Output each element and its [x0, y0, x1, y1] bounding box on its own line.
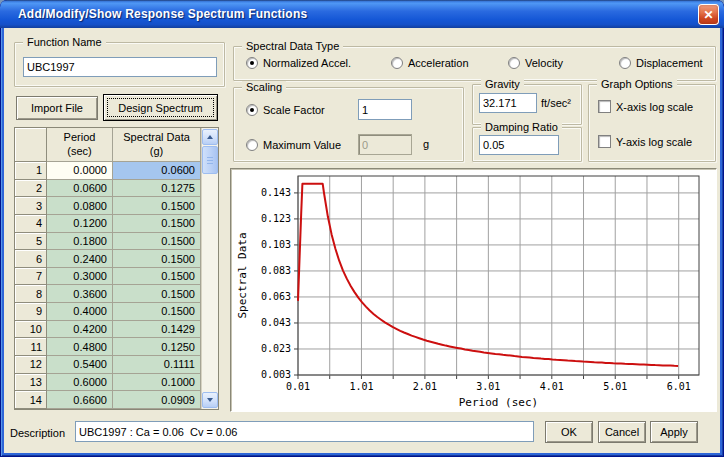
row-number-button[interactable]: 2	[15, 180, 47, 198]
period-cell[interactable]: 0.5400	[47, 356, 113, 374]
maximum-value-option[interactable]: Maximum Value	[246, 139, 341, 151]
radio-icon[interactable]	[508, 57, 520, 69]
spectral-data-cell[interactable]: 0.1500	[113, 285, 201, 303]
period-cell[interactable]: 0.3000	[47, 268, 113, 286]
table-row: 120.54000.1111	[15, 356, 201, 374]
svg-text:1.01: 1.01	[349, 381, 373, 392]
spectral-data-cell[interactable]: 0.1500	[113, 303, 201, 321]
function-name-input[interactable]	[23, 57, 217, 77]
cancel-button[interactable]: Cancel	[598, 421, 646, 443]
table-row: 50.18000.1500	[15, 233, 201, 251]
maximum-value-unit-label: g	[423, 138, 429, 150]
row-number-button[interactable]: 4	[15, 215, 47, 233]
spectral-data-cell[interactable]: 0.1429	[113, 321, 201, 339]
row-number-button[interactable]: 6	[15, 250, 47, 268]
maximum-value-radio[interactable]	[246, 139, 258, 151]
row-number-button[interactable]: 12	[15, 356, 47, 374]
spectral-type-option-label: Displacement	[636, 57, 703, 69]
dialog-body: Function Name Import File Design Spectru…	[4, 28, 720, 453]
gravity-input[interactable]	[479, 93, 537, 113]
spectral-data-cell[interactable]: 0.1500	[113, 250, 201, 268]
row-number-button[interactable]: 9	[15, 303, 47, 321]
period-cell[interactable]: 0.6600	[47, 391, 113, 409]
scale-factor-label: Scale Factor	[263, 104, 325, 116]
period-cell[interactable]: 0.4200	[47, 321, 113, 339]
period-cell[interactable]: 0.4800	[47, 338, 113, 356]
period-cell[interactable]: 0.6000	[47, 374, 113, 392]
apply-button[interactable]: Apply	[650, 421, 698, 443]
row-number-button[interactable]: 3	[15, 197, 47, 215]
radio-icon[interactable]	[246, 57, 258, 69]
period-column-header: Period (sec)	[47, 128, 113, 162]
window-title: Add/Modify/Show Response Spectrum Functi…	[0, 7, 307, 21]
scroll-up-button[interactable]	[202, 129, 218, 145]
damping-ratio-group-label: Damping Ratio	[481, 121, 562, 134]
period-cell[interactable]: 0.2400	[47, 250, 113, 268]
period-cell[interactable]: 0.1200	[47, 215, 113, 233]
table-row: 90.40000.1500	[15, 303, 201, 321]
table-row: 40.12000.1500	[15, 215, 201, 233]
ok-button[interactable]: OK	[545, 421, 593, 443]
design-spectrum-button[interactable]: Design Spectrum	[103, 94, 218, 121]
table-scrollbar[interactable]	[201, 128, 218, 409]
spectral-data-cell[interactable]: 0.1500	[113, 197, 201, 215]
function-name-group: Function Name	[14, 42, 225, 87]
svg-text:0.143: 0.143	[261, 187, 291, 198]
y-log-option[interactable]: Y-axis log scale	[598, 135, 692, 148]
spectral-type-option[interactable]: Acceleration	[391, 57, 469, 69]
corner-header-cell	[15, 128, 47, 162]
spectral-data-cell[interactable]: 0.1500	[113, 215, 201, 233]
scrollbar-thumb[interactable]	[202, 146, 218, 174]
period-cell[interactable]: 0.3600	[47, 285, 113, 303]
y-log-label: Y-axis log scale	[616, 136, 692, 148]
spectral-data-cell[interactable]: 0.0909	[113, 391, 201, 409]
spectral-data-cell[interactable]: 0.1500	[113, 233, 201, 251]
scaling-group: Scaling Scale Factor Maximum Value g	[233, 87, 464, 162]
row-number-button[interactable]: 13	[15, 374, 47, 392]
spectral-type-option-label: Normalized Accel.	[263, 57, 351, 69]
scale-factor-input[interactable]	[358, 99, 412, 120]
row-number-button[interactable]: 7	[15, 268, 47, 286]
svg-text:5.01: 5.01	[603, 381, 627, 392]
row-number-button[interactable]: 14	[15, 391, 47, 409]
spectral-type-option[interactable]: Displacement	[619, 57, 703, 69]
table-row: 110.48000.1250	[15, 338, 201, 356]
row-number-button[interactable]: 1	[15, 162, 47, 180]
spectral-data-cell[interactable]: 0.1111	[113, 356, 201, 374]
close-button[interactable]: ✕	[698, 4, 719, 25]
period-cell[interactable]: 0.0600	[47, 180, 113, 198]
period-cell[interactable]: 0.1800	[47, 233, 113, 251]
spectral-type-option-label: Acceleration	[408, 57, 469, 69]
svg-text:3.01: 3.01	[476, 381, 500, 392]
row-number-button[interactable]: 11	[15, 338, 47, 356]
period-cell[interactable]: 0.0800	[47, 197, 113, 215]
spectral-data-cell[interactable]: 0.1275	[113, 180, 201, 198]
import-file-button[interactable]: Import File	[16, 96, 98, 120]
row-number-button[interactable]: 8	[15, 285, 47, 303]
description-input[interactable]	[75, 421, 534, 442]
radio-icon[interactable]	[391, 57, 403, 69]
scroll-down-button[interactable]	[202, 392, 218, 408]
damping-ratio-input[interactable]	[479, 135, 559, 155]
spectral-data-cell[interactable]: 0.1000	[113, 374, 201, 392]
spectral-data-cell[interactable]: 0.1250	[113, 338, 201, 356]
spectral-data-cell[interactable]: 0.0600	[113, 162, 201, 180]
row-number-button[interactable]: 10	[15, 321, 47, 339]
period-cell[interactable]: 0.0000	[47, 162, 113, 180]
row-number-button[interactable]: 5	[15, 233, 47, 251]
x-log-checkbox[interactable]	[598, 100, 611, 113]
period-cell[interactable]: 0.4000	[47, 303, 113, 321]
scale-factor-radio[interactable]	[246, 104, 258, 116]
svg-text:0.003: 0.003	[261, 369, 291, 380]
spectral-type-option[interactable]: Normalized Accel.	[246, 57, 351, 69]
table-row: 130.60000.1000	[15, 374, 201, 392]
spectral-data-cell[interactable]: 0.1500	[113, 268, 201, 286]
y-log-checkbox[interactable]	[598, 135, 611, 148]
description-label: Description	[10, 427, 65, 439]
scale-factor-option[interactable]: Scale Factor	[246, 104, 325, 116]
table-row: 10.00000.0600	[15, 162, 201, 180]
damping-ratio-group: Damping Ratio	[472, 127, 582, 162]
spectral-type-option[interactable]: Velocity	[508, 57, 563, 69]
radio-icon[interactable]	[619, 57, 631, 69]
x-log-option[interactable]: X-axis log scale	[598, 100, 693, 113]
